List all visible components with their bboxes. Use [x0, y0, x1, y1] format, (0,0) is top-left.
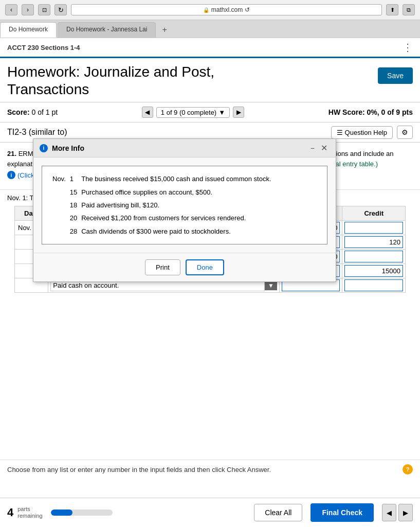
url-text: mathxl.com	[211, 6, 243, 13]
list-item: 20 Received $1,200 from customers for se…	[50, 212, 273, 224]
list-item: 28 Cash dividends of $300 were paid to s…	[50, 225, 273, 238]
question-id: TI2-3 (similar to)	[7, 128, 67, 137]
dialog-minimize-button[interactable]: −	[308, 144, 317, 152]
reload-icon: ↺	[245, 6, 250, 13]
bottom-instruction: Choose from any list or enter any number…	[0, 460, 420, 479]
score-bar: Score: 0 of 1 pt ◀ 1 of 9 (0 complete) ▼…	[0, 102, 420, 122]
dialog-controls: − ✕	[308, 143, 330, 153]
dialog-body: Nov. 1 The business received $15,000 cas…	[33, 157, 336, 253]
dialog-title: i More Info	[40, 144, 84, 152]
print-button[interactable]: Print	[145, 259, 180, 275]
prev-question-button[interactable]: ◀	[142, 107, 153, 118]
question-help-area: ☰ Question Help ⚙	[331, 126, 413, 139]
hw-score: HW Score: 0%, 0 of 9 pts	[328, 108, 413, 116]
dialog-footer: Print Done	[33, 253, 336, 282]
question-help-button[interactable]: ☰ Question Help	[331, 126, 393, 139]
refresh-button[interactable]: ↻	[54, 4, 67, 15]
progress-nav: ◀ 1 of 9 (0 complete) ▼ ▶	[68, 107, 318, 118]
dialog-header: i More Info − ✕	[33, 139, 336, 157]
credit-input-1[interactable]	[344, 222, 403, 234]
forward-button[interactable]: ›	[22, 4, 34, 15]
spacer	[0, 293, 420, 458]
credit-cell	[342, 250, 406, 264]
dialog-close-button[interactable]: ✕	[319, 143, 330, 153]
page-title-area: Homework: Journalize and Post, Transacti…	[0, 58, 420, 102]
tab-do-homework-jannessa[interactable]: Do Homework - Jannessa Lai	[58, 22, 156, 38]
dialog-info-icon: i	[40, 144, 48, 152]
window-button[interactable]: ⊡	[38, 4, 50, 15]
credit-input-3[interactable]	[344, 251, 403, 262]
next-question-button[interactable]: ▶	[233, 107, 244, 118]
course-title: ACCT 230 Sections 1-4	[7, 44, 80, 51]
settings-button[interactable]: ⚙	[397, 126, 413, 139]
more-info-dialog: i More Info − ✕ Nov. 1 The business rece…	[33, 138, 336, 282]
tab-do-homework[interactable]: Do Homework	[0, 22, 57, 38]
menu-dots-button[interactable]: ⋮	[403, 41, 413, 54]
done-button[interactable]: Done	[186, 259, 224, 275]
page-title: Homework: Journalize and Post, Transacti…	[7, 63, 378, 98]
credit-input-4[interactable]	[344, 265, 403, 277]
list-item: 18 Paid advertising bill, $120.	[50, 199, 273, 212]
score-label: Score: 0 of 1 pt	[7, 108, 58, 116]
progress-dropdown[interactable]: 1 of 9 (0 complete) ▼	[156, 107, 230, 118]
info-circle-icon: i	[7, 171, 15, 179]
help-circle-button[interactable]: ?	[403, 464, 413, 475]
app-header: ACCT 230 Sections 1-4 ⋮	[0, 38, 420, 58]
dropdown-arrow-icon: ▼	[218, 109, 225, 116]
share-button[interactable]: ⬆	[386, 4, 398, 15]
list-item: 15 Purchased office supplies on account,…	[50, 186, 273, 199]
credit-header: Credit	[342, 206, 406, 221]
add-tab-button[interactable]: +	[157, 22, 172, 38]
save-button[interactable]: Save	[378, 67, 413, 84]
credit-cell	[342, 278, 406, 293]
credit-cell	[342, 221, 406, 235]
new-tab-button[interactable]: ⧉	[403, 4, 415, 15]
list-item: Nov. 1 The business received $15,000 cas…	[50, 172, 273, 185]
credit-input-5[interactable]	[344, 279, 403, 291]
transactions-list: Nov. 1 The business received $15,000 cas…	[50, 172, 273, 238]
address-bar: 🔒 mathxl.com ↺	[71, 4, 382, 15]
select-arrow-icon: ▼	[265, 281, 277, 290]
credit-cell	[342, 235, 406, 250]
lock-icon: 🔒	[203, 7, 209, 13]
credit-cell	[342, 264, 406, 278]
transactions-box: Nov. 1 The business received $15,000 cas…	[42, 166, 327, 244]
credit-input-2[interactable]	[344, 236, 403, 248]
back-button[interactable]: ‹	[5, 4, 17, 15]
list-icon: ☰	[337, 129, 343, 136]
